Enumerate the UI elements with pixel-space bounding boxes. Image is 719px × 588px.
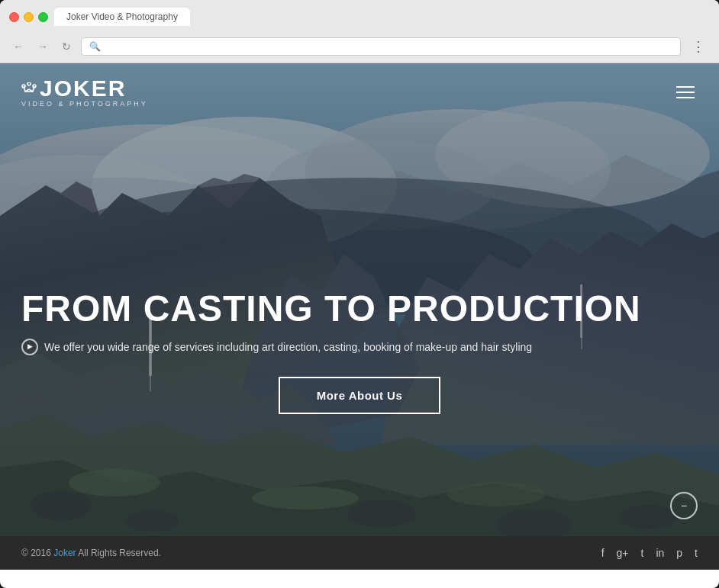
footer-social-links: f g+ t in p t <box>601 547 698 559</box>
website-content: JOKER VIDEO & PHOTOGRAPHY FROM CASTING T… <box>0 63 719 570</box>
scroll-down-icon: − <box>681 500 687 511</box>
hero-cta-wrapper: More About Us <box>21 377 698 414</box>
scroll-down-button[interactable]: − <box>670 492 698 519</box>
hero-content: FROM CASTING TO PRODUCTION ▶ We offer yo… <box>21 289 698 414</box>
hamburger-line-3 <box>676 97 695 98</box>
social-twitter[interactable]: t <box>641 547 644 559</box>
hero-title: FROM CASTING TO PRODUCTION <box>21 289 698 329</box>
browser-tab[interactable]: Joker Video & Photography <box>54 8 190 26</box>
minimize-button[interactable] <box>24 12 34 22</box>
hero-section: JOKER VIDEO & PHOTOGRAPHY FROM CASTING T… <box>0 63 719 536</box>
search-icon: 🔍 <box>89 41 101 52</box>
footer-year: © 2016 <box>21 548 51 558</box>
browser-chrome: Joker Video & Photography ← → ↻ 🔍 ⋮ <box>0 0 719 63</box>
tab-title: Joker Video & Photography <box>66 11 178 22</box>
logo-subtitle: VIDEO & PHOTOGRAPHY <box>21 100 148 108</box>
hamburger-line-1 <box>676 86 695 88</box>
logo: JOKER VIDEO & PHOTOGRAPHY <box>21 77 148 108</box>
social-pinterest[interactable]: p <box>676 547 682 559</box>
hamburger-menu-button[interactable] <box>673 83 698 101</box>
traffic-lights <box>9 12 48 22</box>
logo-text: JOKER <box>40 77 126 100</box>
hero-subtitle: ▶ We offer you wide range of services in… <box>21 339 698 355</box>
refresh-button[interactable]: ↻ <box>58 39 75 54</box>
social-tumblr[interactable]: t <box>695 547 698 559</box>
close-button[interactable] <box>9 12 19 22</box>
svg-point-33 <box>27 82 31 85</box>
social-linkedin[interactable]: in <box>656 547 664 559</box>
logo-main: JOKER <box>21 77 126 100</box>
play-icon: ▶ <box>21 339 38 355</box>
browser-window: Joker Video & Photography ← → ↻ 🔍 ⋮ <box>0 0 719 588</box>
footer-brand-link[interactable]: Joker <box>53 548 76 558</box>
footer-rights: All Rights Reserved. <box>78 548 161 558</box>
back-button[interactable]: ← <box>9 39 27 54</box>
footer: © 2016 Joker All Rights Reserved. f g+ t… <box>0 536 719 570</box>
social-googleplus[interactable]: g+ <box>617 547 629 559</box>
hero-subtitle-text: We offer you wide range of services incl… <box>44 339 532 355</box>
forward-button[interactable]: → <box>34 39 52 54</box>
address-bar[interactable]: 🔍 <box>81 37 681 56</box>
hamburger-line-2 <box>676 92 695 93</box>
navbar: JOKER VIDEO & PHOTOGRAPHY <box>0 63 719 121</box>
browser-toolbar: ← → ↻ 🔍 ⋮ <box>9 32 710 63</box>
footer-copyright: © 2016 Joker All Rights Reserved. <box>21 548 161 558</box>
logo-icon <box>21 82 37 95</box>
browser-titlebar: Joker Video & Photography <box>9 8 710 26</box>
social-facebook[interactable]: f <box>601 547 605 559</box>
browser-menu-button[interactable]: ⋮ <box>687 37 710 56</box>
maximize-button[interactable] <box>38 12 48 22</box>
more-about-us-button[interactable]: More About Us <box>279 377 441 414</box>
